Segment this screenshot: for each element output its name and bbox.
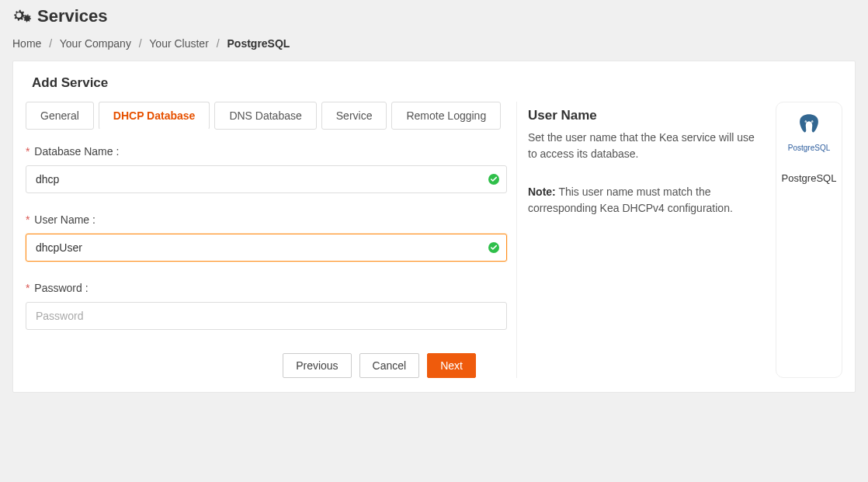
input-password[interactable] [26,302,507,330]
panel-heading: Add Service [13,61,855,102]
field-database-name: * Database Name : [26,145,507,193]
help-note-text: This user name must match the correspond… [528,186,733,214]
postgresql-icon [781,112,837,140]
postgresql-logo-text: PostgreSQL [781,144,837,152]
label-password: * Password : [26,282,507,294]
breadcrumb-sep: / [139,37,142,50]
required-marker: * [26,145,30,158]
label-user-name-text: User Name [34,213,89,226]
add-service-panel: Add Service General DHCP Database DNS Da… [12,61,856,393]
next-button[interactable]: Next [427,353,476,378]
previous-button[interactable]: Previous [283,353,351,378]
check-icon [488,242,499,253]
page-title-text: Services [37,6,108,26]
service-card: PostgreSQL PostgreSQL [776,102,842,378]
gears-icon [12,9,31,24]
help-title: User Name [528,108,766,123]
label-database-name-text: Database Name [34,145,113,158]
help-description: Set the user name that the Kea service w… [528,130,766,162]
tab-general[interactable]: General [26,102,94,130]
breadcrumb-current: PostgreSQL [227,37,290,50]
label-user-name: * User Name : [26,213,507,226]
input-wrap-password [26,302,507,330]
check-icon [488,174,499,185]
button-row: Previous Cancel Next [26,353,507,378]
breadcrumb: Home / Your Company / Your Cluster / Pos… [12,37,856,50]
tabs: General DHCP Database DNS Database Servi… [26,102,507,130]
tab-dhcp-database[interactable]: DHCP Database [99,102,210,130]
help-text: User Name Set the user name that the Kea… [528,102,776,378]
label-database-name: * Database Name : [26,145,507,158]
input-user-name[interactable] [26,234,507,262]
tab-dns-database[interactable]: DNS Database [214,102,316,130]
help-note-label: Note: [528,186,556,198]
breadcrumb-company[interactable]: Your Company [60,37,131,50]
label-password-text: Password [34,282,82,294]
service-card-caption: PostgreSQL [781,172,837,184]
tab-remote-logging[interactable]: Remote Logging [391,102,501,130]
required-marker: * [26,213,30,226]
svg-point-4 [812,121,813,122]
required-marker: * [26,282,30,294]
form-column: General DHCP Database DNS Database Servi… [26,102,507,378]
input-wrap-user-name [26,234,507,262]
svg-point-3 [805,121,806,122]
breadcrumb-home[interactable]: Home [12,37,41,50]
help-note: Note: This user name must match the corr… [528,184,766,217]
breadcrumb-cluster[interactable]: Your Cluster [149,37,209,50]
field-password: * Password : [26,282,507,330]
page-title: Services [12,6,856,26]
input-wrap-database-name [26,165,507,193]
help-column: User Name Set the user name that the Kea… [516,102,842,378]
field-user-name: * User Name : [26,213,507,262]
breadcrumb-sep: / [217,37,220,50]
input-database-name[interactable] [26,165,507,193]
breadcrumb-sep: / [49,37,52,50]
cancel-button[interactable]: Cancel [359,353,420,378]
tab-service[interactable]: Service [321,102,387,130]
